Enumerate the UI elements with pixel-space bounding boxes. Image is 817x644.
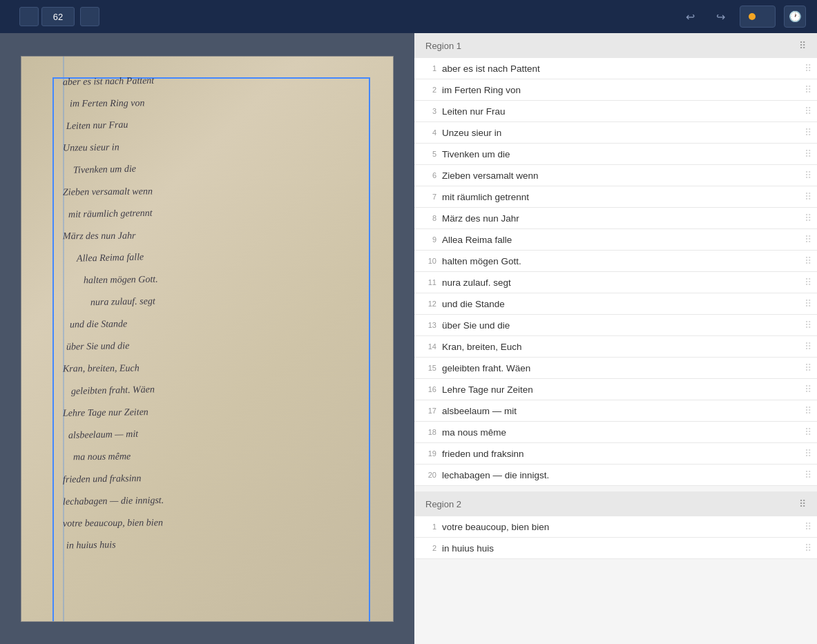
line-number: 9 bbox=[423, 235, 436, 244]
line-number: 2 bbox=[423, 544, 436, 552]
row-drag-handle[interactable]: ⠿ bbox=[805, 298, 811, 309]
hw-line-16: Lehre Tage nur Zeiten bbox=[63, 402, 372, 424]
hw-line-13: über Sie und die bbox=[63, 335, 372, 358]
row-drag-handle[interactable]: ⠿ bbox=[805, 213, 811, 224]
line-number: 19 bbox=[423, 449, 436, 458]
line-number: 12 bbox=[423, 300, 436, 308]
row-drag-handle[interactable]: ⠿ bbox=[805, 191, 811, 202]
line-text: und die Stande bbox=[442, 299, 799, 309]
row-drag-handle[interactable]: ⠿ bbox=[805, 148, 811, 159]
line-number: 5 bbox=[423, 150, 436, 158]
table-row[interactable]: 7mit räumlich getrennt⠿ bbox=[414, 186, 817, 208]
line-number: 15 bbox=[423, 364, 436, 372]
row-drag-handle[interactable]: ⠿ bbox=[805, 384, 811, 395]
row-drag-handle[interactable]: ⠿ bbox=[805, 127, 811, 138]
table-row[interactable]: 6Zieben versamalt wenn⠿ bbox=[414, 165, 817, 186]
status-button[interactable] bbox=[740, 6, 776, 28]
hw-line-19: frieden und fraksinn bbox=[63, 468, 372, 490]
line-text: frieden und fraksinn bbox=[442, 449, 799, 459]
row-drag-handle[interactable]: ⠿ bbox=[805, 427, 811, 438]
line-text: lechabagen — die innigst. bbox=[442, 470, 799, 480]
row-drag-handle[interactable]: ⠿ bbox=[805, 170, 811, 181]
table-row[interactable]: 3Leiten nur Frau⠿ bbox=[414, 101, 817, 122]
history-button[interactable]: 🕐 bbox=[784, 6, 806, 28]
region-drag-handle-1[interactable]: ⠿ bbox=[799, 40, 806, 51]
header: ↩ ↪ 🕐 bbox=[0, 0, 817, 33]
row-drag-handle[interactable]: ⠿ bbox=[805, 341, 811, 352]
row-drag-handle[interactable]: ⠿ bbox=[805, 255, 811, 266]
row-drag-handle[interactable]: ⠿ bbox=[805, 448, 811, 459]
line-text: Zieben versamalt wenn bbox=[442, 170, 799, 181]
line-text: mit räumlich getrennt bbox=[442, 192, 799, 202]
image-panel: aber es ist nach Pattent im Ferten Ring … bbox=[0, 33, 414, 644]
row-drag-handle[interactable]: ⠿ bbox=[805, 469, 811, 480]
line-text: in huius huis bbox=[442, 543, 799, 554]
hw-line-5: Tivenken um die bbox=[63, 159, 372, 181]
hw-line-7: mit räumlich getrennt bbox=[63, 203, 372, 225]
hw-line-11: nura zulauf. segt bbox=[63, 291, 372, 313]
row-drag-handle[interactable]: ⠿ bbox=[805, 405, 811, 416]
next-page-button[interactable] bbox=[80, 7, 99, 26]
row-drag-handle[interactable]: ⠿ bbox=[805, 106, 811, 117]
table-row[interactable]: 13über Sie und die⠿ bbox=[414, 315, 817, 336]
table-row[interactable]: 10halten mögen Gott.⠿ bbox=[414, 251, 817, 272]
region-section-1: Region 1⠿1aber es ist nach Pattent⠿2im F… bbox=[414, 33, 817, 486]
table-row[interactable]: 9Allea Reima falle⠿ bbox=[414, 229, 817, 251]
row-drag-handle[interactable]: ⠿ bbox=[805, 277, 811, 288]
transcription-panel: Region 1⠿1aber es ist nach Pattent⠿2im F… bbox=[414, 33, 817, 644]
line-text: Kran, breiten, Euch bbox=[442, 342, 799, 352]
line-text: ma nous même bbox=[442, 427, 799, 438]
row-drag-handle[interactable]: ⠿ bbox=[805, 63, 811, 74]
region-title-1: Region 1 bbox=[425, 41, 461, 51]
region-header-2: Region 2⠿ bbox=[414, 491, 817, 516]
line-number: 1 bbox=[423, 523, 436, 531]
row-drag-handle[interactable]: ⠿ bbox=[805, 320, 811, 331]
line-text: nura zulauf. segt bbox=[442, 277, 799, 288]
line-number: 10 bbox=[423, 257, 436, 265]
line-text: halten mögen Gott. bbox=[442, 256, 799, 266]
table-row[interactable]: 19frieden und fraksinn⠿ bbox=[414, 443, 817, 465]
region-header-1: Region 1⠿ bbox=[414, 33, 817, 58]
table-row[interactable]: 20lechabagen — die innigst.⠿ bbox=[414, 465, 817, 486]
table-row[interactable]: 17alsbeelaum — mit⠿ bbox=[414, 400, 817, 422]
table-row[interactable]: 5Tivenken um die⠿ bbox=[414, 144, 817, 165]
line-text: im Ferten Ring von bbox=[442, 85, 799, 95]
line-number: 14 bbox=[423, 342, 436, 351]
table-row[interactable]: 14Kran, breiten, Euch⠿ bbox=[414, 336, 817, 358]
page-number-input[interactable] bbox=[41, 7, 75, 26]
table-row[interactable]: 1aber es ist nach Pattent⠿ bbox=[414, 58, 817, 79]
table-row[interactable]: 18ma nous même⠿ bbox=[414, 422, 817, 443]
hw-line-15: geleibten fraht. Wäen bbox=[63, 380, 372, 402]
line-number: 20 bbox=[423, 471, 436, 479]
hw-line-9: Allea Reima falle bbox=[63, 247, 372, 269]
row-drag-handle[interactable]: ⠿ bbox=[805, 521, 811, 532]
table-row[interactable]: 4Unzeu sieur in⠿ bbox=[414, 122, 817, 144]
table-row[interactable]: 1votre beaucoup, bien bien⠿ bbox=[414, 516, 817, 538]
table-row[interactable]: 11nura zulauf. segt⠿ bbox=[414, 272, 817, 293]
line-text: aber es ist nach Pattent bbox=[442, 64, 799, 74]
line-number: 7 bbox=[423, 193, 436, 201]
hw-line-r2-2: in huius huis bbox=[63, 534, 372, 556]
undo-button[interactable]: ↩ bbox=[679, 6, 701, 28]
line-number: 1 bbox=[423, 64, 436, 72]
row-drag-handle[interactable]: ⠿ bbox=[805, 84, 811, 95]
row-drag-handle[interactable]: ⠿ bbox=[805, 543, 811, 554]
line-number: 13 bbox=[423, 321, 436, 329]
hw-line-r2-1: votre beaucoup, bien bien bbox=[63, 512, 372, 534]
region-section-2: Region 2⠿1votre beaucoup, bien bien⠿2in … bbox=[414, 491, 817, 559]
row-drag-handle[interactable]: ⠿ bbox=[805, 362, 811, 373]
hw-line-8: März des nun Jahr bbox=[63, 225, 372, 247]
clock-icon: 🕐 bbox=[789, 10, 802, 23]
table-row[interactable]: 12und die Stande⠿ bbox=[414, 293, 817, 315]
table-row[interactable]: 2im Ferten Ring von⠿ bbox=[414, 79, 817, 101]
row-drag-handle[interactable]: ⠿ bbox=[805, 234, 811, 245]
prev-page-button[interactable] bbox=[19, 7, 39, 26]
table-row[interactable]: 15geleibten fraht. Wäen⠿ bbox=[414, 358, 817, 379]
table-row[interactable]: 16Lehre Tage nur Zeiten⠿ bbox=[414, 379, 817, 400]
main-content: aber es ist nach Pattent im Ferten Ring … bbox=[0, 33, 817, 644]
region-drag-handle-2[interactable]: ⠿ bbox=[799, 498, 806, 509]
table-row[interactable]: 2in huius huis⠿ bbox=[414, 538, 817, 559]
hw-line-3: Leiten nur Frau bbox=[63, 115, 372, 137]
redo-button[interactable]: ↪ bbox=[709, 6, 731, 28]
table-row[interactable]: 8März des nun Jahr⠿ bbox=[414, 208, 817, 229]
